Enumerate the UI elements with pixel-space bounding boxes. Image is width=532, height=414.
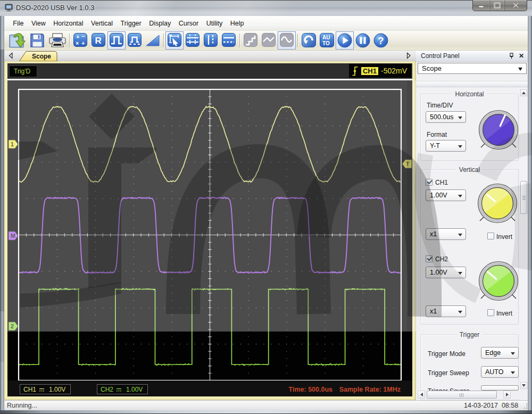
minimize-button[interactable]	[473, 0, 489, 11]
menu-bar: FileViewHorizontalVerticalTriggerDisplay…	[4, 16, 528, 30]
time-readout: Time: 500.0us	[289, 384, 332, 394]
trigger-mode-combo[interactable]: Edge	[481, 347, 519, 359]
cursor-track-button[interactable]	[184, 31, 202, 49]
ch1-checkbox-label: CH1	[435, 179, 448, 186]
ch2-volts: 1.00V	[126, 386, 143, 393]
ch2-checkbox[interactable]	[426, 255, 433, 262]
menu-horizontal[interactable]: Horizontal	[49, 18, 87, 29]
svg-text:+: +	[76, 34, 79, 40]
refresh-button[interactable]	[300, 31, 318, 49]
ch2-volts-combo[interactable]: 1.00V	[426, 267, 466, 278]
ch1-probe-combo[interactable]: x1	[426, 228, 466, 240]
open-button[interactable]	[7, 31, 27, 49]
chevron-down-icon	[458, 234, 462, 236]
menu-utility[interactable]: Utility	[202, 18, 226, 29]
panel-close-icon[interactable]: ✕	[518, 52, 525, 60]
pin-icon[interactable]	[507, 52, 514, 60]
math-button[interactable]: + − × +	[71, 31, 89, 49]
print-icon	[49, 32, 66, 48]
sine-icon	[280, 33, 294, 48]
cursor-arrow-button[interactable]	[165, 31, 184, 49]
ch1-volts-value: 1.00V	[430, 192, 447, 199]
panel-strip	[416, 81, 528, 87]
ch2-checkbox-label: CH2	[435, 255, 448, 263]
caption-button-group	[472, 0, 527, 11]
zigzag-button[interactable]	[260, 31, 278, 49]
close-icon	[512, 2, 519, 9]
scroll-up-icon[interactable]	[520, 89, 527, 96]
timediv-combo[interactable]: 500.0us	[426, 111, 466, 123]
pause-button[interactable]	[354, 31, 372, 49]
menu-cursor[interactable]: Cursor	[174, 18, 202, 29]
svg-text:?: ?	[378, 35, 384, 46]
ch1-volts-combo[interactable]: 1.00V	[426, 189, 466, 201]
chevron-down-icon	[518, 68, 522, 71]
cursor-vertical-icon	[204, 33, 218, 48]
window-title: DSO-2020 USB Ver 1.0.3	[16, 4, 94, 12]
pulse-wave-button[interactable]	[126, 31, 144, 49]
scroll-left-icon[interactable]	[418, 391, 425, 399]
tab-scope[interactable]: Scope	[19, 51, 59, 61]
menu-display[interactable]: Display	[145, 18, 175, 29]
ramp-button[interactable]	[144, 31, 162, 49]
trigger-partial-combo[interactable]	[481, 385, 519, 391]
scroll-right-icon[interactable]	[503, 391, 511, 399]
step-button[interactable]	[242, 31, 260, 49]
resize-grip-icon[interactable]	[521, 403, 528, 409]
sine-button[interactable]	[278, 31, 296, 49]
save-button[interactable]	[27, 31, 47, 49]
step-icon	[244, 33, 257, 48]
format-combo[interactable]: Y-T	[426, 140, 466, 152]
cursor-horizontal-icon	[222, 33, 236, 48]
svg-text:R: R	[95, 36, 102, 46]
group-horizontal-title: Horizontal	[452, 90, 486, 98]
help-button[interactable]: ?	[372, 31, 390, 49]
toolbar-separator	[238, 32, 242, 48]
chevron-down-icon	[458, 272, 462, 275]
ramp-icon	[145, 33, 160, 48]
menu-vertical[interactable]: Vertical	[87, 18, 117, 29]
svg-text:+: +	[81, 40, 85, 46]
window-frame-bottom	[0, 410, 532, 414]
ch1-probe-value: x1	[430, 230, 437, 238]
help-icon: ?	[373, 33, 388, 48]
ch1-invert-checkbox[interactable]	[487, 233, 494, 239]
svg-text:TO: TO	[322, 40, 330, 46]
menu-file[interactable]: File	[9, 18, 28, 29]
chevron-down-icon	[511, 352, 515, 355]
trigger-sweep-combo[interactable]: AUTO	[481, 366, 519, 378]
auto-set-button[interactable]: AU TO	[318, 31, 336, 49]
ch2-invert-checkbox[interactable]	[487, 309, 494, 316]
horizontal-knob[interactable]	[478, 110, 519, 150]
ch1-knob[interactable]	[477, 183, 518, 223]
menu-view[interactable]: View	[28, 18, 49, 29]
maximize-button[interactable]	[489, 0, 504, 11]
tab-scroll-right-icon[interactable]	[405, 52, 412, 59]
panel-selector-combo[interactable]: Scope	[418, 63, 527, 74]
close-button[interactable]	[504, 0, 527, 11]
ch2-probe-combo[interactable]: x1	[426, 305, 466, 317]
print-button[interactable]	[47, 31, 68, 49]
menu-help[interactable]: Help	[227, 18, 248, 29]
cursor-vertical-button[interactable]	[202, 31, 220, 49]
horizontal-scrollbar[interactable]	[418, 391, 520, 399]
trigger-status-box: Trig'D	[9, 65, 37, 77]
reference-button[interactable]: R	[89, 31, 107, 49]
tab-scroll-left-icon[interactable]	[7, 52, 14, 59]
vertical-scrollbar-thumb[interactable]	[520, 181, 527, 214]
ch1-checkbox[interactable]	[426, 179, 433, 186]
horizontal-scrollbar-thumb[interactable]	[427, 391, 497, 399]
waveform-display[interactable]: 1M2T	[7, 80, 412, 380]
menu-trigger[interactable]: Trigger	[117, 18, 145, 29]
window-frame-right	[528, 16, 532, 410]
pause-icon	[355, 33, 370, 48]
cursor-horizontal-button[interactable]	[220, 31, 238, 49]
scroll-down-icon[interactable]	[520, 382, 527, 389]
toolbar-separator	[162, 32, 165, 48]
ch1-label: CH1	[23, 386, 36, 393]
run-button[interactable]	[336, 31, 354, 49]
square-wave-button[interactable]	[107, 31, 126, 49]
vertical-scrollbar[interactable]	[520, 89, 527, 389]
ch2-knob[interactable]	[478, 261, 519, 301]
control-panel-header: Control Panel ✕	[416, 51, 528, 62]
